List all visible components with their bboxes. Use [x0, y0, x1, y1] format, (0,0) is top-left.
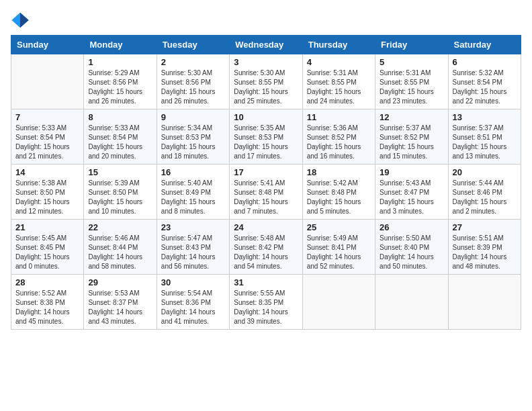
- day-number: 31: [234, 277, 298, 287]
- day-info: Sunrise: 5:29 AM Sunset: 8:56 PM Dayligh…: [88, 68, 152, 106]
- day-number: 28: [15, 277, 79, 287]
- calendar-cell: 11Sunrise: 5:36 AM Sunset: 8:52 PM Dayli…: [302, 109, 375, 165]
- day-info: Sunrise: 5:40 AM Sunset: 8:49 PM Dayligh…: [161, 179, 225, 216]
- day-info: Sunrise: 5:45 AM Sunset: 8:45 PM Dayligh…: [15, 234, 79, 271]
- calendar-cell: [11, 54, 84, 109]
- calendar-cell: 27Sunrise: 5:51 AM Sunset: 8:39 PM Dayli…: [448, 220, 521, 275]
- day-info: Sunrise: 5:31 AM Sunset: 8:55 PM Dayligh…: [307, 68, 371, 106]
- day-info: Sunrise: 5:39 AM Sunset: 8:50 PM Dayligh…: [88, 179, 152, 216]
- day-number: 23: [161, 222, 225, 232]
- weekday-header-tuesday: Tuesday: [157, 36, 229, 54]
- day-number: 3: [234, 57, 298, 67]
- day-info: Sunrise: 5:35 AM Sunset: 8:53 PM Dayligh…: [234, 124, 298, 161]
- calendar-cell: 29Sunrise: 5:53 AM Sunset: 8:37 PM Dayli…: [84, 275, 157, 330]
- day-info: Sunrise: 5:54 AM Sunset: 8:36 PM Dayligh…: [161, 289, 225, 326]
- calendar-cell: 18Sunrise: 5:42 AM Sunset: 8:48 PM Dayli…: [302, 165, 375, 220]
- day-number: 7: [15, 112, 79, 122]
- day-info: Sunrise: 5:33 AM Sunset: 8:54 PM Dayligh…: [15, 124, 79, 161]
- weekday-header-sunday: Sunday: [11, 36, 84, 54]
- day-info: Sunrise: 5:53 AM Sunset: 8:37 PM Dayligh…: [88, 289, 152, 326]
- day-info: Sunrise: 5:38 AM Sunset: 8:50 PM Dayligh…: [15, 179, 79, 216]
- calendar-cell: 17Sunrise: 5:41 AM Sunset: 8:48 PM Dayli…: [230, 165, 302, 220]
- day-number: 9: [161, 112, 225, 122]
- day-info: Sunrise: 5:50 AM Sunset: 8:40 PM Dayligh…: [380, 234, 443, 271]
- calendar-cell: [375, 275, 448, 330]
- day-info: Sunrise: 5:32 AM Sunset: 8:54 PM Dayligh…: [453, 68, 517, 106]
- calendar-cell: 16Sunrise: 5:40 AM Sunset: 8:49 PM Dayli…: [157, 165, 229, 220]
- day-number: 6: [453, 57, 517, 67]
- calendar-cell: [448, 275, 521, 330]
- day-info: Sunrise: 5:33 AM Sunset: 8:54 PM Dayligh…: [88, 124, 152, 161]
- calendar-cell: 12Sunrise: 5:37 AM Sunset: 8:52 PM Dayli…: [375, 109, 448, 165]
- day-number: 17: [234, 167, 298, 177]
- page-header: [11, 11, 521, 30]
- weekday-header-friday: Friday: [375, 36, 448, 54]
- logo: [11, 11, 32, 30]
- calendar: SundayMondayTuesdayWednesdayThursdayFrid…: [11, 35, 521, 330]
- day-info: Sunrise: 5:46 AM Sunset: 8:44 PM Dayligh…: [88, 234, 152, 271]
- calendar-cell: 26Sunrise: 5:50 AM Sunset: 8:40 PM Dayli…: [375, 220, 448, 275]
- day-info: Sunrise: 5:55 AM Sunset: 8:35 PM Dayligh…: [234, 289, 298, 326]
- day-number: 4: [307, 57, 371, 67]
- week-row-1: 1Sunrise: 5:29 AM Sunset: 8:56 PM Daylig…: [11, 54, 521, 109]
- day-info: Sunrise: 5:43 AM Sunset: 8:47 PM Dayligh…: [380, 179, 443, 216]
- calendar-cell: 8Sunrise: 5:33 AM Sunset: 8:54 PM Daylig…: [84, 109, 157, 165]
- calendar-cell: 19Sunrise: 5:43 AM Sunset: 8:47 PM Dayli…: [375, 165, 448, 220]
- day-number: 12: [380, 112, 443, 122]
- calendar-cell: 30Sunrise: 5:54 AM Sunset: 8:36 PM Dayli…: [157, 275, 229, 330]
- weekday-header-monday: Monday: [84, 36, 157, 54]
- day-info: Sunrise: 5:41 AM Sunset: 8:48 PM Dayligh…: [234, 179, 298, 216]
- day-info: Sunrise: 5:30 AM Sunset: 8:55 PM Dayligh…: [234, 68, 298, 106]
- day-number: 16: [161, 167, 225, 177]
- day-info: Sunrise: 5:37 AM Sunset: 8:51 PM Dayligh…: [453, 124, 517, 161]
- day-info: Sunrise: 5:36 AM Sunset: 8:52 PM Dayligh…: [307, 124, 371, 161]
- week-row-2: 7Sunrise: 5:33 AM Sunset: 8:54 PM Daylig…: [11, 109, 521, 165]
- day-info: Sunrise: 5:51 AM Sunset: 8:39 PM Dayligh…: [453, 234, 517, 271]
- day-number: 14: [15, 167, 79, 177]
- calendar-cell: 10Sunrise: 5:35 AM Sunset: 8:53 PM Dayli…: [230, 109, 302, 165]
- weekday-header-wednesday: Wednesday: [230, 36, 302, 54]
- calendar-cell: 14Sunrise: 5:38 AM Sunset: 8:50 PM Dayli…: [11, 165, 84, 220]
- day-number: 25: [307, 222, 371, 232]
- weekday-header-row: SundayMondayTuesdayWednesdayThursdayFrid…: [11, 36, 521, 54]
- week-row-5: 28Sunrise: 5:52 AM Sunset: 8:38 PM Dayli…: [11, 275, 521, 330]
- calendar-cell: 25Sunrise: 5:49 AM Sunset: 8:41 PM Dayli…: [302, 220, 375, 275]
- calendar-cell: 7Sunrise: 5:33 AM Sunset: 8:54 PM Daylig…: [11, 109, 84, 165]
- weekday-header-saturday: Saturday: [448, 36, 521, 54]
- calendar-cell: 21Sunrise: 5:45 AM Sunset: 8:45 PM Dayli…: [11, 220, 84, 275]
- day-number: 21: [15, 222, 79, 232]
- weekday-header-thursday: Thursday: [302, 36, 375, 54]
- day-info: Sunrise: 5:42 AM Sunset: 8:48 PM Dayligh…: [307, 179, 371, 216]
- day-number: 18: [307, 167, 371, 177]
- day-info: Sunrise: 5:37 AM Sunset: 8:52 PM Dayligh…: [380, 124, 443, 161]
- calendar-cell: [302, 275, 375, 330]
- day-info: Sunrise: 5:30 AM Sunset: 8:56 PM Dayligh…: [161, 68, 225, 106]
- calendar-cell: 2Sunrise: 5:30 AM Sunset: 8:56 PM Daylig…: [157, 54, 229, 109]
- calendar-cell: 20Sunrise: 5:44 AM Sunset: 8:46 PM Dayli…: [448, 165, 521, 220]
- day-info: Sunrise: 5:47 AM Sunset: 8:43 PM Dayligh…: [161, 234, 225, 271]
- week-row-4: 21Sunrise: 5:45 AM Sunset: 8:45 PM Dayli…: [11, 220, 521, 275]
- day-number: 24: [234, 222, 298, 232]
- day-number: 19: [380, 167, 443, 177]
- calendar-cell: 6Sunrise: 5:32 AM Sunset: 8:54 PM Daylig…: [448, 54, 521, 109]
- calendar-cell: 24Sunrise: 5:48 AM Sunset: 8:42 PM Dayli…: [230, 220, 302, 275]
- day-number: 30: [161, 277, 225, 287]
- calendar-cell: 9Sunrise: 5:34 AM Sunset: 8:53 PM Daylig…: [157, 109, 229, 165]
- day-number: 26: [380, 222, 443, 232]
- calendar-cell: 28Sunrise: 5:52 AM Sunset: 8:38 PM Dayli…: [11, 275, 84, 330]
- day-info: Sunrise: 5:34 AM Sunset: 8:53 PM Dayligh…: [161, 124, 225, 161]
- day-info: Sunrise: 5:31 AM Sunset: 8:55 PM Dayligh…: [380, 68, 443, 106]
- day-info: Sunrise: 5:48 AM Sunset: 8:42 PM Dayligh…: [234, 234, 298, 271]
- calendar-cell: 15Sunrise: 5:39 AM Sunset: 8:50 PM Dayli…: [84, 165, 157, 220]
- svg-marker-1: [20, 13, 29, 28]
- calendar-cell: 31Sunrise: 5:55 AM Sunset: 8:35 PM Dayli…: [230, 275, 302, 330]
- day-number: 29: [88, 277, 152, 287]
- day-info: Sunrise: 5:44 AM Sunset: 8:46 PM Dayligh…: [453, 179, 517, 216]
- day-number: 20: [453, 167, 517, 177]
- day-number: 8: [88, 112, 152, 122]
- week-row-3: 14Sunrise: 5:38 AM Sunset: 8:50 PM Dayli…: [11, 165, 521, 220]
- day-number: 2: [161, 57, 225, 67]
- day-number: 10: [234, 112, 298, 122]
- day-number: 13: [453, 112, 517, 122]
- calendar-cell: 5Sunrise: 5:31 AM Sunset: 8:55 PM Daylig…: [375, 54, 448, 109]
